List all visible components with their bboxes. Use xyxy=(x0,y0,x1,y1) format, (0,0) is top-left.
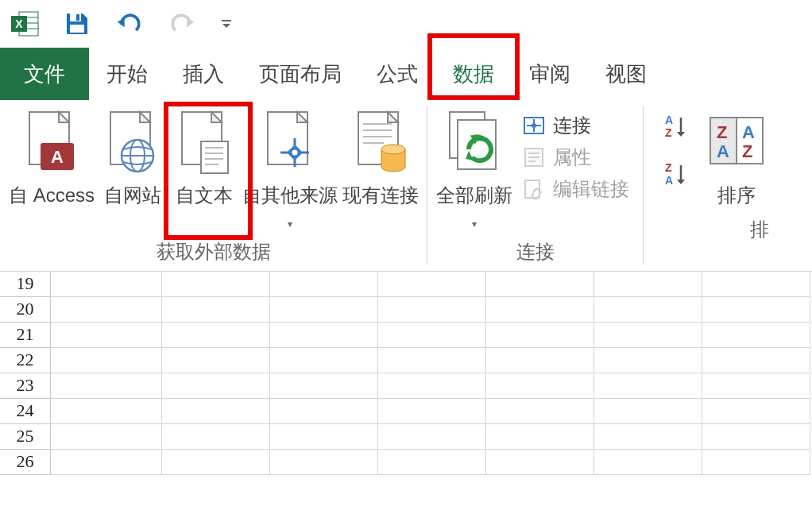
cell[interactable] xyxy=(594,399,702,424)
sheet-row: 20 xyxy=(0,297,812,323)
cell[interactable] xyxy=(270,348,378,373)
cell[interactable] xyxy=(486,323,594,348)
cell[interactable] xyxy=(51,373,162,399)
excel-app-icon: X xyxy=(10,9,40,39)
cell[interactable] xyxy=(51,297,162,323)
cell[interactable] xyxy=(486,348,594,373)
cell[interactable] xyxy=(51,272,162,297)
cell[interactable] xyxy=(594,297,702,323)
tab-file[interactable]: 文件 xyxy=(0,48,89,100)
cell[interactable] xyxy=(51,348,162,373)
cell[interactable] xyxy=(378,297,486,323)
cell[interactable] xyxy=(51,450,162,475)
sheet-row: 22 xyxy=(0,348,812,373)
tab-data[interactable]: 数据 xyxy=(435,48,512,100)
ribbon-group-connections: 全部刷新 ▾ 连接 xyxy=(427,100,644,271)
group-label-connections: 连接 xyxy=(516,233,555,268)
row-header[interactable]: 26 xyxy=(0,450,51,475)
cell[interactable] xyxy=(378,323,486,348)
cell[interactable] xyxy=(486,450,594,475)
worksheet-grid[interactable]: 1920212223242526 xyxy=(0,272,812,475)
refresh-all-button[interactable]: 全部刷新 ▾ xyxy=(434,106,515,233)
qat-customize-dropdown[interactable] xyxy=(219,9,234,39)
cell[interactable] xyxy=(486,424,594,450)
cell[interactable] xyxy=(702,373,810,399)
tab-review[interactable]: 审阅 xyxy=(512,48,588,100)
existing-connections-icon xyxy=(350,110,412,175)
cell[interactable] xyxy=(702,297,810,323)
cell[interactable] xyxy=(270,297,378,323)
cell[interactable] xyxy=(270,272,378,297)
cell[interactable] xyxy=(486,399,594,424)
cell[interactable] xyxy=(162,272,270,297)
tab-view[interactable]: 视图 xyxy=(588,48,664,100)
cell[interactable] xyxy=(702,450,810,475)
cell[interactable] xyxy=(378,272,486,297)
cell[interactable] xyxy=(270,450,378,475)
sort-ascending-button[interactable]: A Z xyxy=(661,113,690,141)
row-header[interactable]: 20 xyxy=(0,297,51,323)
cell[interactable] xyxy=(702,348,810,373)
properties-icon xyxy=(523,146,545,168)
cell[interactable] xyxy=(162,373,270,399)
cell[interactable] xyxy=(594,424,702,450)
cell[interactable] xyxy=(162,399,270,424)
cell[interactable] xyxy=(594,348,702,373)
row-header[interactable]: 23 xyxy=(0,373,51,399)
cell[interactable] xyxy=(378,450,486,475)
sort-button[interactable]: Z A A Z 排序 xyxy=(701,106,772,211)
tab-home[interactable]: 开始 xyxy=(89,48,165,100)
cell[interactable] xyxy=(51,323,162,348)
cell[interactable] xyxy=(378,373,486,399)
cell[interactable] xyxy=(162,297,270,323)
connections-button[interactable]: 连接 xyxy=(523,113,629,138)
from-other-sources-button[interactable]: 自其他来源 ▾ xyxy=(240,106,340,233)
cell[interactable] xyxy=(486,272,594,297)
cell[interactable] xyxy=(162,450,270,475)
cell[interactable] xyxy=(594,323,702,348)
cell[interactable] xyxy=(594,272,702,297)
svg-text:X: X xyxy=(15,17,23,30)
cell[interactable] xyxy=(270,424,378,450)
cell[interactable] xyxy=(702,424,810,450)
from-access-button[interactable]: A 自 Access xyxy=(6,106,97,233)
row-header[interactable]: 24 xyxy=(0,399,51,424)
sheet-row: 26 xyxy=(0,450,812,475)
cell[interactable] xyxy=(702,272,810,297)
svg-rect-8 xyxy=(70,25,84,33)
from-web-button[interactable]: 自网站 xyxy=(97,106,168,233)
cell[interactable] xyxy=(594,373,702,399)
tab-page-layout[interactable]: 页面布局 xyxy=(242,48,359,100)
sort-descending-button[interactable]: Z A xyxy=(661,160,690,189)
row-header[interactable]: 19 xyxy=(0,272,51,297)
cell[interactable] xyxy=(594,450,702,475)
cell[interactable] xyxy=(270,323,378,348)
existing-connections-button[interactable]: 现有连接 xyxy=(340,106,421,233)
sort-dialog-icon: Z A A Z xyxy=(706,110,768,175)
web-file-icon xyxy=(102,110,164,175)
cell[interactable] xyxy=(378,399,486,424)
cell[interactable] xyxy=(702,399,810,424)
redo-button[interactable] xyxy=(167,9,197,39)
undo-button[interactable] xyxy=(114,9,145,39)
cell[interactable] xyxy=(486,373,594,399)
cell[interactable] xyxy=(162,424,270,450)
cell[interactable] xyxy=(162,323,270,348)
cell[interactable] xyxy=(51,399,162,424)
other-sources-icon xyxy=(259,110,321,175)
from-text-button[interactable]: 自文本 xyxy=(168,106,240,233)
cell[interactable] xyxy=(270,399,378,424)
row-header[interactable]: 22 xyxy=(0,348,51,373)
row-header[interactable]: 21 xyxy=(0,323,51,348)
cell[interactable] xyxy=(51,424,162,450)
save-button[interactable] xyxy=(62,9,92,39)
cell[interactable] xyxy=(378,348,486,373)
cell[interactable] xyxy=(162,348,270,373)
row-header[interactable]: 25 xyxy=(0,424,51,450)
cell[interactable] xyxy=(486,297,594,323)
cell[interactable] xyxy=(702,323,810,348)
cell[interactable] xyxy=(270,373,378,399)
cell[interactable] xyxy=(378,424,486,450)
tab-formulas[interactable]: 公式 xyxy=(359,48,435,100)
tab-insert[interactable]: 插入 xyxy=(165,48,242,100)
